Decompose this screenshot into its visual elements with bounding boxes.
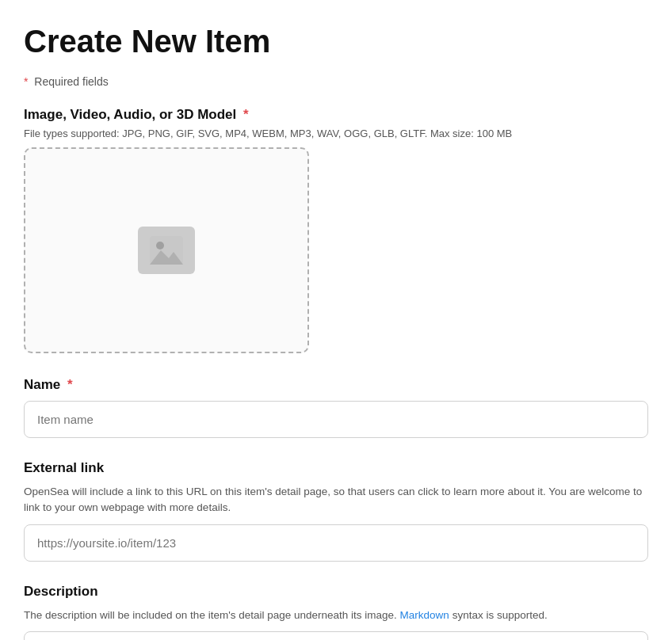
name-label-text: Name (24, 377, 60, 392)
media-label-text: Image, Video, Audio, or 3D Model (24, 107, 236, 122)
description-label: Description (24, 584, 648, 600)
external-link-label: External link (24, 460, 648, 476)
required-fields-note: * Required fields (24, 75, 648, 88)
required-star: * (24, 75, 28, 88)
file-upload-dropzone[interactable] (24, 147, 309, 353)
description-note-part1: The description will be included on the … (24, 609, 400, 621)
markdown-link[interactable]: Markdown (400, 609, 452, 621)
svg-point-1 (156, 242, 164, 250)
media-section-label: Image, Video, Audio, or 3D Model * (24, 107, 648, 123)
description-note: The description will be included on the … (24, 608, 648, 623)
file-types-note: File types supported: JPG, PNG, GIF, SVG… (24, 128, 648, 139)
markdown-link-text: Markdown (400, 609, 449, 621)
media-upload-section: Image, Video, Audio, or 3D Model * File … (24, 107, 648, 353)
name-input[interactable] (24, 401, 648, 438)
external-link-section: External link OpenSea will include a lin… (24, 460, 648, 562)
description-section: Description The description will be incl… (24, 584, 648, 641)
name-section-label: Name * (24, 377, 648, 393)
name-required-star: * (67, 377, 73, 392)
required-note-text: Required fields (34, 75, 108, 88)
image-placeholder-icon (138, 227, 195, 274)
name-section: Name * (24, 377, 648, 438)
page-title: Create New Item (24, 24, 648, 59)
external-link-input[interactable] (24, 524, 648, 562)
image-icon-svg (150, 236, 183, 265)
external-link-description: OpenSea will include a link to this URL … (24, 484, 648, 516)
description-note-part2: syntax is supported. (452, 609, 548, 621)
media-required-star: * (243, 107, 249, 122)
description-input[interactable] (24, 631, 648, 640)
